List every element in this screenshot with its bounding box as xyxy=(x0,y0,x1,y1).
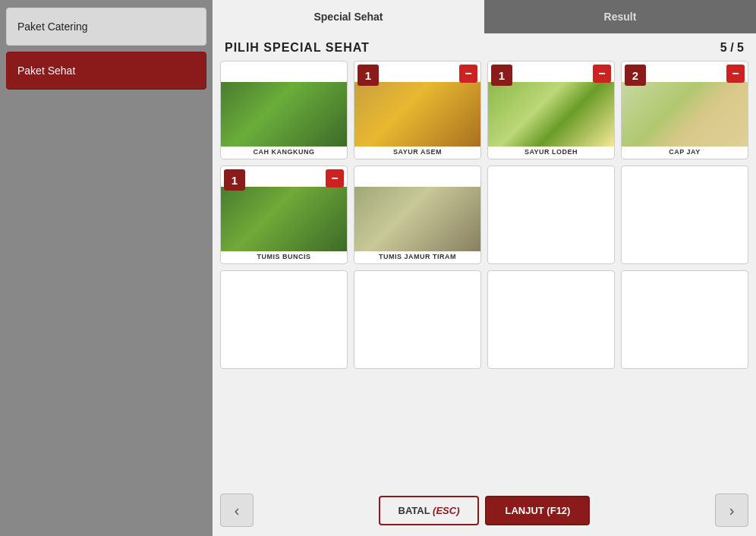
lanjut-button[interactable]: LANJUT (F12) xyxy=(485,496,590,525)
panel-header: PILIH SPECIAL SEHAT 5 / 5 xyxy=(213,33,756,61)
batal-label: BATAL xyxy=(398,505,430,516)
food-image-tumis-jamur-tiram xyxy=(354,187,480,251)
food-image-sayur-lodeh xyxy=(488,82,614,147)
tab-special-sehat[interactable]: Special Sehat xyxy=(213,0,484,33)
food-item-cap-jay[interactable]: CAP JAY 2 − xyxy=(621,61,748,159)
food-grid-wrapper: CAH KANGKUNG SAYUR ASEM 1 − SA xyxy=(213,61,756,487)
food-item-empty-5[interactable] xyxy=(487,270,615,369)
sidebar-item-paket-sehat-label: Paket Sehat xyxy=(17,65,75,77)
next-button[interactable]: › xyxy=(715,493,748,527)
badge-count-tumis-buncis: 1 xyxy=(224,169,245,191)
food-image-tumis-buncis xyxy=(221,187,347,251)
food-grid: CAH KANGKUNG SAYUR ASEM 1 − SA xyxy=(220,61,748,369)
sidebar-item-paket-sehat[interactable]: Paket Sehat xyxy=(6,52,206,90)
tab-result[interactable]: Result xyxy=(484,0,756,33)
food-item-empty-4[interactable] xyxy=(354,270,481,369)
tabs-bar: Special Sehat Result xyxy=(213,0,756,33)
food-label-tumis-buncis: TUMIS BUNCIS xyxy=(256,251,313,263)
minus-btn-tumis-buncis[interactable]: − xyxy=(326,169,344,188)
selection-panel: PILIH SPECIAL SEHAT 5 / 5 CAH KANGKUNG xyxy=(213,33,756,536)
food-item-sayur-asem[interactable]: SAYUR ASEM 1 − xyxy=(354,61,481,159)
panel-title: PILIH SPECIAL SEHAT xyxy=(225,41,370,55)
tab-result-label: Result xyxy=(604,11,637,23)
prev-icon: ‹ xyxy=(235,502,240,519)
food-label-cap-jay: CAP JAY xyxy=(667,147,702,159)
panel-footer: ‹ BATAL (ESC) LANJUT (F12) › xyxy=(213,487,756,536)
lanjut-label: LANJUT (F12) xyxy=(505,505,570,516)
food-item-empty-1[interactable] xyxy=(487,166,615,264)
food-label-cah-kangkung: CAH KANGKUNG xyxy=(252,147,317,159)
badge-count-cap-jay: 2 xyxy=(625,65,646,86)
batal-button[interactable]: BATAL (ESC) xyxy=(379,496,480,525)
food-item-empty-3[interactable] xyxy=(220,270,348,369)
food-item-sayur-lodeh[interactable]: SAYUR LODEH 1 − xyxy=(487,61,615,159)
batal-shortcut: (ESC) xyxy=(433,505,459,516)
food-image-cap-jay xyxy=(622,82,748,147)
main-content: Special Sehat Result PILIH SPECIAL SEHAT… xyxy=(213,0,756,536)
food-label-tumis-jamur-tiram: TUMIS JAMUR TIRAM xyxy=(377,251,458,263)
minus-btn-sayur-asem[interactable]: − xyxy=(459,65,477,83)
sidebar-item-paket-catering[interactable]: Paket Catering xyxy=(6,8,206,46)
food-image-cah-kangkung xyxy=(221,82,347,147)
sidebar: Paket Catering Paket Sehat xyxy=(0,0,213,536)
food-label-sayur-asem: SAYUR ASEM xyxy=(392,147,443,159)
badge-count-sayur-asem: 1 xyxy=(358,65,379,86)
food-item-empty-2[interactable] xyxy=(621,166,748,264)
panel-counter: 5 / 5 xyxy=(720,41,744,55)
sidebar-item-paket-catering-label: Paket Catering xyxy=(17,20,88,33)
badge-count-sayur-lodeh: 1 xyxy=(491,65,512,86)
minus-btn-sayur-lodeh[interactable]: − xyxy=(593,65,611,83)
food-label-sayur-lodeh: SAYUR LODEH xyxy=(523,147,579,159)
minus-btn-cap-jay[interactable]: − xyxy=(726,65,745,83)
food-item-cah-kangkung[interactable]: CAH KANGKUNG xyxy=(220,61,348,159)
prev-button[interactable]: ‹ xyxy=(220,493,254,527)
next-icon: › xyxy=(729,502,735,519)
food-item-empty-6[interactable] xyxy=(621,270,748,369)
food-image-sayur-asem xyxy=(354,82,480,147)
footer-actions: BATAL (ESC) LANJUT (F12) xyxy=(379,496,591,525)
food-item-tumis-jamur-tiram[interactable]: TUMIS JAMUR TIRAM xyxy=(354,166,481,264)
food-item-tumis-buncis[interactable]: TUMIS BUNCIS 1 − xyxy=(220,166,348,264)
tab-special-sehat-label: Special Sehat xyxy=(313,11,383,23)
